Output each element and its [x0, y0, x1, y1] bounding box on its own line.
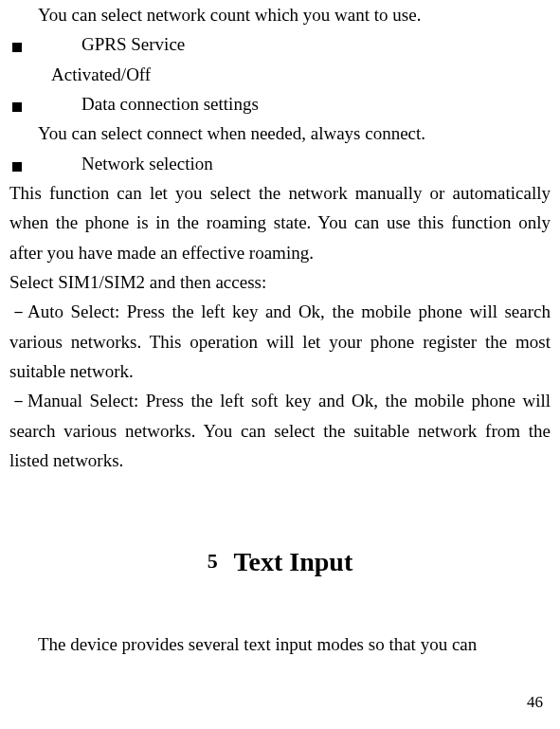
square-bullet-icon: [12, 43, 22, 52]
bullet-data-connection: Data connection settings: [9, 89, 551, 118]
manual-select-desc: －Manual Select: Press the left soft key …: [9, 386, 551, 475]
bullet-network-selection: Network selection: [9, 149, 551, 178]
square-bullet-icon: [12, 162, 22, 172]
intro-text: You can select network count which you w…: [9, 0, 551, 29]
bullet-label: Data connection settings: [81, 89, 259, 118]
select-sim-text: Select SIM1/SIM2 and then access:: [9, 267, 551, 297]
data-connection-desc: You can select connect when needed, alwa…: [9, 118, 551, 148]
chapter-title: Text Input: [233, 547, 352, 576]
square-bullet-icon: [12, 102, 22, 112]
chapter-number: 5: [208, 549, 218, 573]
auto-select-desc: －Auto Select: Press the left key and Ok,…: [9, 297, 551, 386]
gprs-sub: Activated/Off: [9, 60, 551, 89]
bullet-gprs: GPRS Service: [9, 29, 551, 59]
page-number: 46: [527, 693, 543, 712]
chapter-heading: 5 Text Input: [9, 540, 551, 584]
network-selection-desc: This function can let you select the net…: [9, 178, 551, 267]
bullet-label: GPRS Service: [81, 29, 185, 59]
outro-text: The device provides several text input m…: [9, 629, 551, 659]
bullet-label: Network selection: [81, 149, 213, 178]
